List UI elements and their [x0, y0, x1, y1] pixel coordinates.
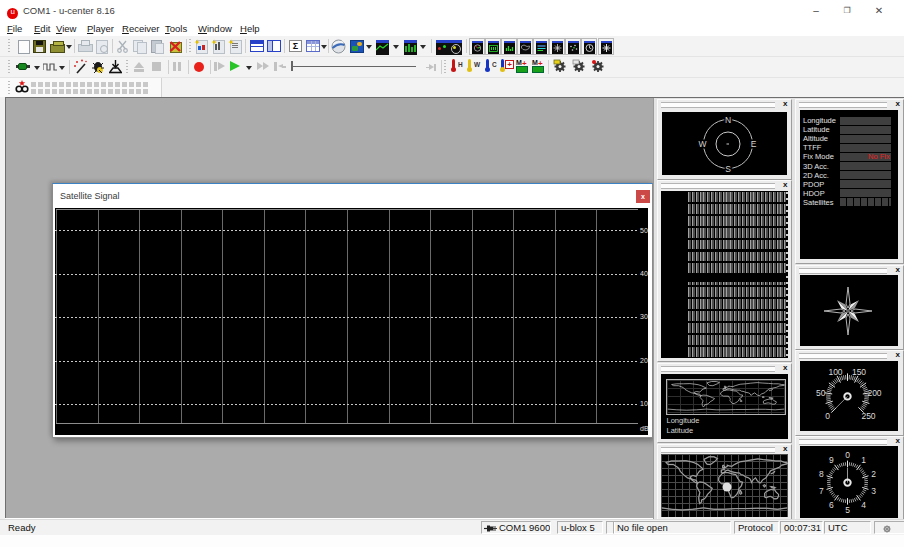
svg-text:W: W: [698, 139, 706, 149]
svg-text:E: E: [750, 139, 756, 149]
svg-text:5: 5: [845, 505, 850, 515]
svg-text:250: 250: [861, 411, 875, 421]
svg-text:0: 0: [845, 450, 850, 460]
svg-text:1: 1: [861, 455, 866, 465]
svg-text:150: 150: [852, 367, 866, 377]
svg-text:200: 200: [867, 388, 881, 398]
svg-text:4: 4: [861, 499, 866, 509]
svg-text:6: 6: [829, 499, 834, 509]
svg-text:9: 9: [829, 455, 834, 465]
svg-text:2: 2: [871, 469, 876, 479]
svg-text:0: 0: [825, 411, 830, 421]
svg-text:N: N: [724, 115, 730, 125]
svg-text:100: 100: [828, 367, 842, 377]
svg-text:7: 7: [819, 486, 824, 496]
svg-text:8: 8: [819, 469, 824, 479]
svg-text:50: 50: [816, 388, 826, 398]
svg-text:3: 3: [871, 486, 876, 496]
svg-text:S: S: [725, 163, 731, 173]
